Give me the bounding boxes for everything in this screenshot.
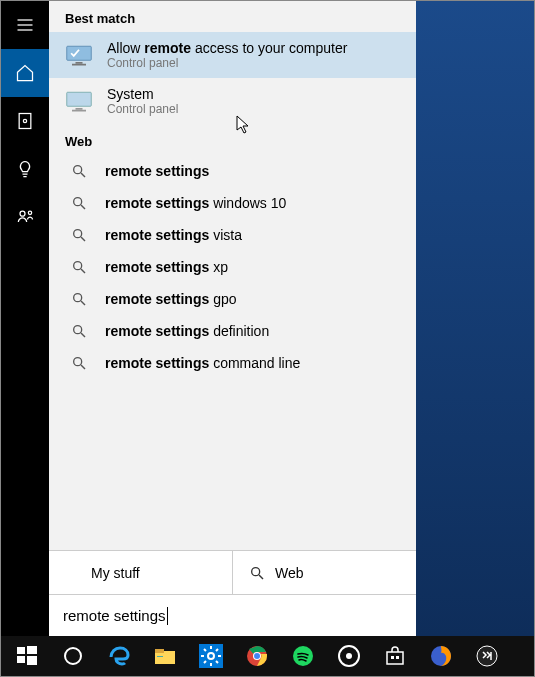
file-explorer-icon[interactable] (143, 636, 187, 676)
notebook-icon[interactable] (1, 97, 49, 145)
svg-point-13 (74, 166, 82, 174)
svg-rect-12 (72, 110, 86, 112)
search-icon (71, 259, 87, 275)
svg-point-25 (74, 358, 82, 366)
web-suggestion[interactable]: remote settings definition (49, 315, 416, 347)
monitor-icon (65, 41, 93, 69)
svg-point-19 (74, 262, 82, 270)
search-results-panel: Best match Allow remote access to your c… (49, 1, 416, 636)
chrome-icon[interactable] (235, 636, 279, 676)
result-sub: Control panel (107, 56, 347, 70)
svg-rect-28 (74, 566, 80, 572)
desktop-background (416, 1, 534, 636)
settings-icon[interactable] (189, 636, 233, 676)
svg-point-15 (74, 198, 82, 206)
monitor-icon (65, 87, 93, 115)
firefox-icon[interactable] (419, 636, 463, 676)
search-input[interactable]: remote settings (49, 594, 416, 636)
app-icon[interactable] (465, 636, 509, 676)
svg-point-21 (74, 294, 82, 302)
search-icon (249, 565, 265, 581)
svg-line-24 (81, 333, 85, 337)
web-suggestion[interactable]: remote settings xp (49, 251, 416, 283)
taskbar (1, 636, 534, 676)
filter-bar: My stuff Web (49, 550, 416, 594)
svg-point-52 (477, 646, 497, 666)
svg-rect-40 (157, 656, 163, 657)
svg-rect-29 (66, 574, 72, 580)
web-header: Web (49, 124, 416, 155)
svg-rect-34 (27, 646, 37, 654)
svg-rect-11 (76, 108, 83, 110)
svg-rect-48 (387, 652, 403, 664)
svg-point-6 (28, 211, 31, 214)
svg-rect-3 (19, 114, 31, 129)
svg-line-22 (81, 301, 85, 305)
edge-icon[interactable] (97, 636, 141, 676)
search-icon (71, 195, 87, 211)
svg-point-17 (74, 230, 82, 238)
svg-point-44 (254, 653, 260, 659)
result-sub: Control panel (107, 102, 178, 116)
svg-rect-33 (17, 647, 25, 654)
svg-rect-10 (67, 92, 92, 106)
svg-rect-50 (396, 656, 399, 659)
media-icon[interactable] (327, 636, 371, 676)
svg-point-23 (74, 326, 82, 334)
svg-line-20 (81, 269, 85, 273)
windows-icon (65, 565, 81, 581)
web-suggestion[interactable]: remote settings vista (49, 219, 416, 251)
svg-point-41 (208, 653, 214, 659)
search-icon (71, 291, 87, 307)
svg-rect-27 (66, 566, 72, 572)
cortana-button[interactable] (51, 636, 95, 676)
filter-mystuff[interactable]: My stuff (49, 551, 233, 594)
svg-point-47 (346, 653, 352, 659)
svg-line-26 (81, 365, 85, 369)
svg-line-16 (81, 205, 85, 209)
result-title: Allow remote access to your computer (107, 40, 347, 56)
svg-line-18 (81, 237, 85, 241)
home-icon[interactable] (1, 49, 49, 97)
svg-rect-36 (27, 656, 37, 665)
result-title: System (107, 86, 178, 102)
svg-point-4 (23, 119, 26, 122)
spotify-icon[interactable] (281, 636, 325, 676)
search-icon (71, 227, 87, 243)
web-suggestion[interactable]: remote settings command line (49, 347, 416, 379)
store-icon[interactable] (373, 636, 417, 676)
search-icon (71, 163, 87, 179)
svg-rect-35 (17, 656, 25, 663)
web-suggestion[interactable]: remote settings gpo (49, 283, 416, 315)
search-icon (71, 355, 87, 371)
web-suggestion[interactable]: remote settings windows 10 (49, 187, 416, 219)
best-match-header: Best match (49, 1, 416, 32)
hamburger-menu[interactable] (1, 1, 49, 49)
result-system[interactable]: System Control panel (49, 78, 416, 124)
svg-point-5 (20, 211, 25, 216)
svg-line-32 (259, 575, 263, 579)
svg-rect-7 (67, 46, 92, 60)
start-button[interactable] (5, 636, 49, 676)
lightbulb-icon[interactable] (1, 145, 49, 193)
svg-rect-8 (76, 62, 83, 64)
search-icon (71, 323, 87, 339)
svg-rect-49 (391, 656, 394, 659)
cortana-sidebar (1, 1, 49, 636)
filter-web[interactable]: Web (233, 551, 416, 594)
feedback-icon[interactable] (1, 193, 49, 241)
svg-rect-9 (72, 64, 86, 66)
svg-point-31 (252, 567, 260, 575)
svg-rect-30 (74, 574, 80, 580)
web-suggestion[interactable]: remote settings (49, 155, 416, 187)
svg-line-14 (81, 173, 85, 177)
svg-point-37 (65, 648, 81, 664)
result-allow-remote[interactable]: Allow remote access to your computer Con… (49, 32, 416, 78)
svg-rect-39 (155, 649, 164, 653)
